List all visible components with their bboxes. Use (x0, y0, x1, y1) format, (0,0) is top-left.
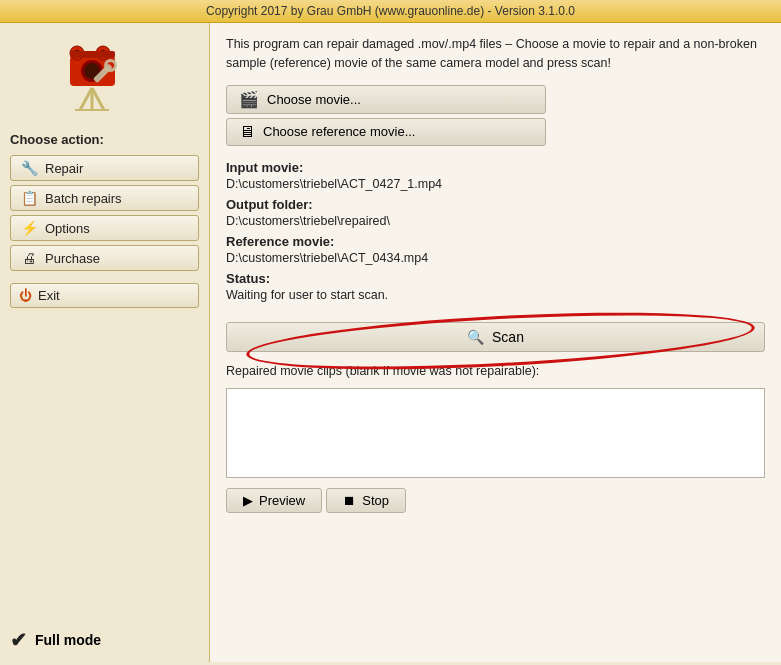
bottom-buttons-row: ▶ Preview ⏹ Stop (226, 488, 765, 513)
stop-label: Stop (362, 493, 389, 508)
batch-repairs-button[interactable]: 📋 Batch repairs (10, 185, 199, 211)
description-text: This program can repair damaged .mov/.mp… (226, 35, 765, 73)
batch-repairs-icon: 📋 (19, 190, 39, 206)
choose-reference-button[interactable]: 🖥 Choose reference movie... (226, 118, 546, 146)
reference-movie-value: D:\customers\triebel\ACT_0434.mp4 (226, 251, 765, 265)
scan-label: Scan (492, 329, 524, 345)
info-section: Input movie: D:\customers\triebel\ACT_04… (226, 160, 765, 306)
reference-movie-label: Reference movie: (226, 234, 765, 249)
repair-label: Repair (45, 161, 83, 176)
svg-rect-7 (70, 51, 115, 58)
preview-label: Preview (259, 493, 305, 508)
repair-icon: 🔧 (19, 160, 39, 176)
title-text: Copyright 2017 by Grau GmbH (www.grauonl… (206, 4, 575, 18)
checkmark-icon: ✔ (10, 628, 27, 652)
svg-line-10 (80, 88, 92, 110)
options-icon: ⚡ (19, 220, 39, 236)
svg-line-12 (92, 88, 104, 110)
repair-button[interactable]: 🔧 Repair (10, 155, 199, 181)
purchase-label: Purchase (45, 251, 100, 266)
options-button[interactable]: ⚡ Options (10, 215, 199, 241)
scan-button[interactable]: 🔍 Scan (226, 322, 765, 352)
batch-repairs-label: Batch repairs (45, 191, 122, 206)
choose-movie-label: Choose movie... (267, 92, 361, 107)
sidebar: Choose action: 🔧 Repair 📋 Batch repairs … (0, 23, 210, 662)
power-icon: ⏻ (19, 288, 32, 303)
status-value: Waiting for user to start scan. (226, 288, 765, 302)
choose-movie-button[interactable]: 🎬 Choose movie... (226, 85, 546, 114)
scan-icon: 🔍 (467, 329, 484, 345)
choose-action-label: Choose action: (10, 132, 199, 147)
stop-icon: ⏹ (343, 493, 356, 508)
output-folder-value: D:\customers\triebel\repaired\ (226, 214, 765, 228)
input-movie-label: Input movie: (226, 160, 765, 175)
purchase-button[interactable]: 🖨 Purchase (10, 245, 199, 271)
status-label: Status: (226, 271, 765, 286)
preview-button[interactable]: ▶ Preview (226, 488, 322, 513)
exit-label: Exit (38, 288, 60, 303)
exit-button[interactable]: ⏻ Exit (10, 283, 199, 308)
choose-movie-icon: 🎬 (239, 90, 259, 109)
full-mode-label: Full mode (35, 632, 101, 648)
preview-icon: ▶ (243, 493, 253, 508)
choose-buttons-row: 🎬 Choose movie... 🖥 Choose reference mov… (226, 85, 765, 146)
options-label: Options (45, 221, 90, 236)
input-movie-value: D:\customers\triebel\ACT_0427_1.mp4 (226, 177, 765, 191)
main-content: This program can repair damaged .mov/.mp… (210, 23, 781, 662)
app-logo-icon (65, 38, 145, 118)
repaired-label: Repaired movie clips (blank if movie was… (226, 364, 765, 378)
stop-button[interactable]: ⏹ Stop (326, 488, 406, 513)
title-bar: Copyright 2017 by Grau GmbH (www.grauonl… (0, 0, 781, 23)
scan-area: 🔍 Scan (226, 322, 765, 352)
choose-reference-icon: 🖥 (239, 123, 255, 141)
logo-area (10, 38, 199, 118)
choose-reference-label: Choose reference movie... (263, 124, 415, 139)
repaired-clips-box (226, 388, 765, 478)
output-folder-label: Output folder: (226, 197, 765, 212)
full-mode-area: ✔ Full mode (10, 618, 199, 652)
purchase-icon: 🖨 (19, 250, 39, 266)
